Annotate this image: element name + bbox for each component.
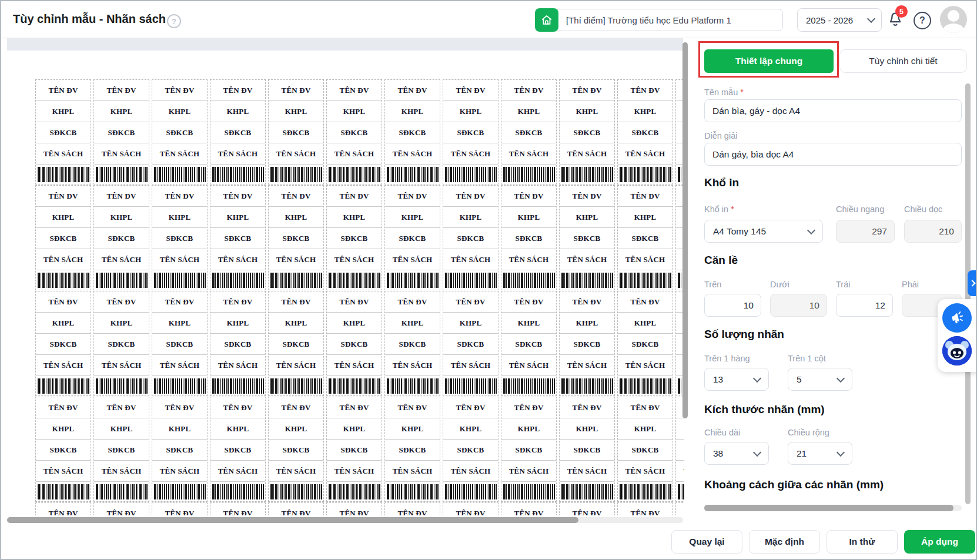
book-label: TÊN ĐVKHPLSĐKCBTÊN SÁCH [152,185,208,290]
notification-badge: 5 [895,5,908,18]
preview-vertical-scrollbar[interactable] [682,42,688,418]
school-selector[interactable]: [Thí điểm] Trường tiểu học Edu Platform … [535,8,783,32]
label-field: TÊN ĐV [210,186,265,207]
trai-input[interactable]: 12 [836,294,893,317]
notifications-button[interactable]: 5 [886,10,905,30]
barcode-row [210,482,265,501]
label-field: TÊN ĐV [327,186,382,207]
label-field: SĐKCB [210,228,265,249]
label-field: SĐKCB [443,122,498,143]
barcode-row [560,482,614,501]
khoang-cach-section-title: Khoảng cách giữa các nhãn (mm) [704,478,884,491]
label-field: TÊN SÁCH [618,249,672,270]
label-field: TÊN SÁCH [618,461,672,482]
label-field: TÊN SÁCH [385,461,440,482]
mac-dinh-button[interactable]: Mặc định [749,530,820,554]
label-field: KHPL [210,101,265,122]
label-field: KHPL [269,418,323,440]
barcode-row [443,482,498,501]
label-field: TÊN ĐV [94,80,149,101]
avatar[interactable] [940,6,967,33]
book-label: TÊN ĐVKHPLSĐKCBTÊN SÁCH [268,79,324,185]
label-field: TÊN ĐV [385,80,440,101]
ten-mau-input[interactable]: Dán bìa, gáy - dọc A4 [704,99,962,122]
label-field: KHPL [385,313,440,334]
chieu-rong-label: Chiều rộng [788,428,829,437]
label-field: SĐKCB [152,122,207,143]
barcode-row [560,165,614,184]
assistant-bot-button[interactable] [942,336,972,365]
label-field: TÊN ĐV [501,397,556,418]
avatar-silhouette [948,10,959,22]
chieu-doc-label: Chiều dọc [904,204,942,214]
label-field: TÊN ĐV [501,503,556,515]
barcode [212,378,264,394]
school-name-input[interactable]: [Thí điểm] Trường tiểu học Edu Platform … [555,9,783,31]
help-icon[interactable]: ? [914,12,931,29]
book-label: TÊN ĐVKHPLSĐKCBTÊN SÁCH [617,185,673,290]
label-field: TÊN SÁCH [501,355,556,376]
barcode-row [443,376,498,395]
label-field: SĐKCB [618,228,672,249]
kho-in-select[interactable]: A4 Tomy 145 [704,220,823,243]
title-help-icon[interactable]: ? [167,14,181,28]
tren-1-cot-select[interactable]: 5 [788,368,852,391]
label-field: KHPL [443,101,498,122]
book-label: TÊN ĐVKHPLSĐKCBTÊN SÁCH [617,291,673,396]
label-field: TÊN ĐV [618,291,672,313]
book-label: TÊN ĐVKHPLSĐKCBTÊN SÁCH [617,502,673,515]
chieu-dai-select[interactable]: 38 [704,442,769,465]
label-field: SĐKCB [210,334,265,355]
label-field: TÊN SÁCH [385,249,440,270]
book-label: TÊN ĐVKHPLSĐKCBTÊN SÁCH [93,397,149,502]
barcode [387,167,439,182]
barcode [445,484,497,499]
book-label: TÊN ĐVKHPLSĐKCBTÊN SÁCH [675,502,684,515]
label-field: TÊN SÁCH [269,355,323,376]
in-thu-button[interactable]: In thử [827,530,898,554]
announcement-button[interactable] [942,303,972,333]
barcode [96,378,148,394]
label-field: TÊN SÁCH [560,461,614,482]
dien-giai-input[interactable]: Dán gáy, bìa dọc A4 [704,143,962,166]
book-label: TÊN ĐVKHPLSĐKCBTÊN SÁCH [559,502,615,515]
label-field: KHPL [385,207,440,228]
tab-tuy-chinh-chi-tiet[interactable]: Tùy chỉnh chi tiết [839,49,967,73]
label-field: TÊN SÁCH [94,249,149,270]
barcode [561,378,613,394]
label-field: KHPL [385,418,440,440]
label-field: TÊN SÁCH [210,143,265,165]
dien-giai-label: Diễn giải [704,131,737,140]
kho-in-section-title: Khổ in [704,176,739,189]
label-field: KHPL [327,418,382,440]
barcode-row [385,482,440,501]
barcode-row [269,482,323,501]
quay-lai-button[interactable]: Quay lại [671,530,742,554]
preview-horizontal-scrollbar-thumb[interactable] [7,517,578,523]
label-field: TÊN SÁCH [152,461,207,482]
tren-input[interactable]: 10 [704,294,761,317]
label-field: KHPL [269,313,323,334]
book-label: TÊN ĐVKHPLSĐKCBTÊN SÁCH [501,185,557,290]
label-field: KHPL [152,207,207,228]
label-field: TÊN SÁCH [152,249,207,270]
chieu-rong-select[interactable]: 21 [788,442,852,465]
expand-panel-button[interactable] [968,270,977,296]
label-field: TÊN ĐV [152,186,207,207]
ten-mau-label: Tên mẫu * [704,88,744,97]
label-field: KHPL [327,207,382,228]
tren-1-hang-select[interactable]: 13 [704,368,769,391]
barcode [329,378,380,394]
school-year-select[interactable]: 2025 - 2026 [797,8,882,32]
barcode [154,378,206,394]
label-field: TÊN ĐV [385,186,440,207]
label-field: TÊN SÁCH [501,249,556,270]
ap-dung-button[interactable]: Áp dụng [904,530,975,554]
panel-horizontal-scrollbar-thumb[interactable] [704,505,953,511]
label-field: SĐKCB [94,122,149,143]
label-field: TÊN SÁCH [210,249,265,270]
barcode [503,167,555,182]
barcode-row [501,270,556,290]
tab-thiet-lap-chung[interactable]: Thiết lập chung [704,49,834,73]
book-label: TÊN ĐVKHPLSĐKCBTÊN SÁCH [210,185,266,290]
